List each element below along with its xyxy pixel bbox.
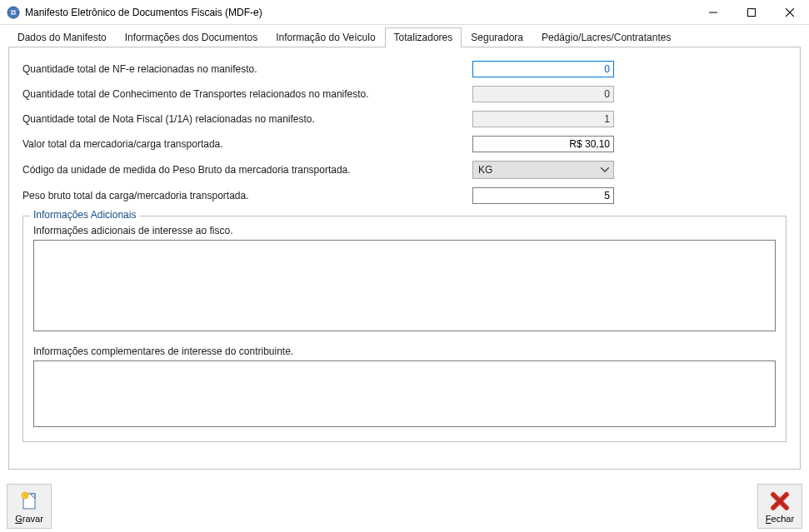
tab-informacao-veiculo[interactable]: Informação do Veículo <box>267 27 384 47</box>
tab-dados-manifesto[interactable]: Dados do Manifesto <box>8 27 116 47</box>
tab-pedagio-lacres[interactable]: Pedágio/Lacres/Contratantes <box>532 27 680 47</box>
window-controls <box>694 0 809 24</box>
label-unidade-peso: Código da unidade de medida do Peso Brut… <box>22 164 472 176</box>
row-peso-bruto: Peso bruto total da carga/mercadoria tra… <box>22 187 787 204</box>
svg-rect-5 <box>748 8 756 16</box>
chevron-down-icon <box>600 165 610 175</box>
input-qtd-nf[interactable] <box>472 111 614 127</box>
label-qtd-nf: Quantidade total de Nota Fiscal (1/1A) r… <box>22 113 472 125</box>
textarea-info-fisco[interactable] <box>33 240 776 331</box>
close-x-icon <box>768 490 792 513</box>
fieldset-informacoes-adicionais: Informações Adicionais Informações adici… <box>22 216 787 442</box>
window-title: Manifesto Eletrônico de Documentos Fisca… <box>25 7 694 18</box>
tab-seguradora[interactable]: Seguradora <box>462 27 532 47</box>
titlebar: Manifesto Eletrônico de Documentos Fisca… <box>0 0 809 25</box>
input-qtd-cte[interactable] <box>472 86 614 102</box>
maximize-button[interactable] <box>732 0 771 24</box>
label-qtd-cte: Quantidade total de Conhecimento de Tran… <box>22 88 472 100</box>
bottom-toolbar: Gravar Fechar <box>0 484 809 532</box>
label-info-contribuinte: Informações complementares de interesse … <box>33 346 776 357</box>
minimize-button[interactable] <box>694 0 732 24</box>
row-qtd-cte: Quantidade total de Conhecimento de Tran… <box>22 86 787 102</box>
gravar-button[interactable]: Gravar <box>7 484 52 529</box>
combo-unidade-peso[interactable]: KG <box>472 161 614 179</box>
row-unidade-peso: Código da unidade de medida do Peso Brut… <box>22 161 787 179</box>
input-peso-bruto[interactable] <box>472 187 614 204</box>
label-qtd-nfe: Quantidade total de NF-e relacionadas no… <box>22 63 472 75</box>
gravar-button-label: Gravar <box>15 514 43 524</box>
label-valor-total: Valor total da mercadoria/carga transpor… <box>22 138 472 150</box>
new-document-icon <box>17 490 41 513</box>
combo-unidade-peso-value: KG <box>478 164 600 176</box>
app-icon <box>7 6 20 19</box>
input-valor-total[interactable] <box>472 136 614 152</box>
tabstrip: Dados do Manifesto Informações dos Docum… <box>0 25 809 47</box>
row-valor-total: Valor total da mercadoria/carga transpor… <box>22 136 787 152</box>
textarea-info-contribuinte[interactable] <box>33 360 776 427</box>
close-button[interactable] <box>771 0 809 24</box>
tab-totalizadores[interactable]: Totalizadores <box>385 27 462 47</box>
fechar-button-label: Fechar <box>766 514 794 524</box>
row-qtd-nf: Quantidade total de Nota Fiscal (1/1A) r… <box>22 111 787 127</box>
client-area: Dados do Manifesto Informações dos Docum… <box>0 25 809 532</box>
label-peso-bruto: Peso bruto total da carga/mercadoria tra… <box>22 190 472 201</box>
label-info-fisco: Informações adicionais de interesse ao f… <box>33 225 776 236</box>
row-qtd-nfe: Quantidade total de NF-e relacionadas no… <box>22 61 787 77</box>
tabpanel-totalizadores: Quantidade total de NF-e relacionadas no… <box>8 47 801 470</box>
tab-informacoes-documentos[interactable]: Informações dos Documentos <box>116 27 267 47</box>
fechar-button[interactable]: Fechar <box>757 484 802 529</box>
input-qtd-nfe[interactable] <box>472 61 614 77</box>
legend-informacoes-adicionais: Informações Adicionais <box>30 209 139 221</box>
